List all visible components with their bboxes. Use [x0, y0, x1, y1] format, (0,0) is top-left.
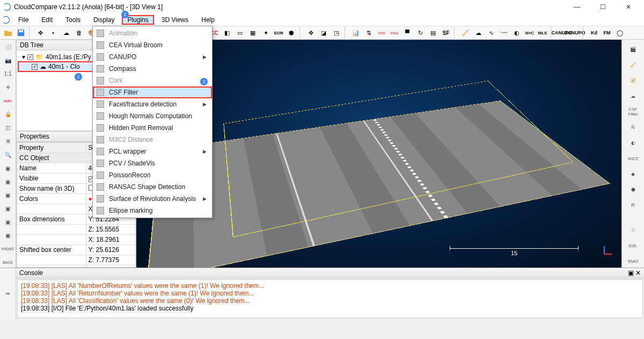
save-icon[interactable] [15, 27, 27, 39]
plugin-item-hidden-point-removal[interactable]: Hidden Point Removal [93, 122, 212, 134]
rr-csf-icon[interactable]: ☁ [625, 90, 641, 102]
wave-icon[interactable]: ∿ [485, 27, 497, 39]
console-undock-icon[interactable]: ▣ ✕ [628, 269, 641, 277]
pick-icon[interactable]: ✥ [34, 27, 46, 39]
view-iso-icon[interactable]: ⬜ [2, 42, 14, 52]
props-title: Properties [20, 133, 49, 140]
plugin-item-poissonrecon[interactable]: PoissonRecon [93, 169, 212, 181]
plugin-item-ellipse-marking[interactable]: Ellipse marking [93, 205, 212, 217]
point-icon[interactable]: • [47, 27, 59, 39]
plugin-item-ransac-shape-detection[interactable]: RANSAC Shape Detection [93, 181, 212, 193]
trash-icon[interactable]: 🗑 [73, 27, 85, 39]
sor-icon[interactable]: SOR [273, 27, 284, 39]
scale-bar: 15 [450, 248, 579, 258]
camera-icon[interactable]: 📷 [2, 55, 14, 66]
fm-icon[interactable]: FM [601, 27, 613, 39]
center-icon[interactable]: ⊕ [2, 136, 14, 146]
plugin-item-hough-normals-computation[interactable]: Hough Normals Computation [93, 110, 212, 122]
dist-icon[interactable]: ◧ [221, 27, 233, 39]
nc-icon[interactable]: N+C [524, 27, 536, 39]
plugin-icon [96, 76, 105, 85]
minimize-button[interactable]: — [569, 2, 585, 12]
cube4-icon[interactable]: ▣ [2, 204, 14, 214]
broom-icon[interactable]: 🧹 [459, 27, 471, 39]
menu-file[interactable]: File [13, 15, 34, 25]
calc-icon[interactable]: ▤ [427, 27, 439, 39]
menu-help[interactable]: Help [196, 15, 220, 25]
convert-icon[interactable]: ↻ [414, 27, 426, 39]
rr-ssao-icon[interactable]: SSAO [625, 255, 641, 268]
menubar: File Edit Tools Display Plugins 3D Views… [0, 14, 644, 26]
sf-icon[interactable]: ⇅ [363, 27, 375, 39]
rr-edl-icon[interactable]: EDL [625, 240, 641, 252]
rr-normals-icon[interactable]: Ñ [625, 121, 641, 133]
label-icon[interactable]: ▭ [234, 27, 246, 39]
plane-icon[interactable]: ◳ [331, 27, 342, 39]
histogram-icon[interactable]: 📊 [350, 27, 362, 39]
auto-icon[interactable]: auto [2, 96, 14, 106]
plugin-item-compass[interactable]: Compass [93, 63, 212, 75]
menu-display[interactable]: Display [88, 15, 120, 25]
plugin-item-pcv-shadevis[interactable]: PCV / ShadeVis [93, 157, 212, 169]
console-output[interactable]: [19:08:33] [LAS] All 'NumberOfReturns' v… [17, 279, 643, 318]
plugin-item-cea-virtual-broom[interactable]: CEA Virtual Broom [93, 39, 212, 51]
menu-3dviews[interactable]: 3D Views [156, 15, 194, 25]
plugin-item-canupo[interactable]: CANUPO▶ [93, 51, 212, 63]
rr-anim-icon[interactable]: 🎬 [625, 43, 641, 55]
rr-m3c2-icon[interactable]: M3C2 [625, 153, 641, 165]
move-icon[interactable]: ✥ [305, 27, 317, 39]
plugin-item-facet-fracture-detection[interactable]: Facet/fracture detection▶ [93, 98, 212, 110]
menu-edit[interactable]: Edit [36, 15, 58, 25]
canupo-classify-icon[interactable]: CANUPO [569, 27, 581, 39]
crosshair-icon[interactable]: ✛ [2, 82, 14, 92]
rr-compass-icon[interactable]: 🧭 [625, 74, 641, 86]
cube6-icon[interactable]: ▣ [2, 230, 14, 241]
maximize-button[interactable]: ☐ [595, 2, 611, 12]
grid-icon[interactable]: ▦ [247, 27, 259, 39]
tree-root-checkbox[interactable]: ✓ [27, 54, 33, 60]
ortho-icon[interactable]: ◫ [2, 122, 14, 133]
front-icon[interactable]: FRONT [2, 244, 14, 254]
rr-hpr-icon[interactable]: ◐ [625, 137, 641, 149]
cube3-icon[interactable]: ▣ [2, 190, 14, 200]
plugin-icon [96, 206, 105, 215]
plugin-label: M3C2 Distance [109, 136, 153, 143]
rr-broom-icon[interactable]: 🧹 [625, 59, 641, 71]
rr-pcv-icon[interactable]: ◆ [625, 168, 641, 181]
stat-icon[interactable]: ✦ [260, 27, 272, 39]
rr-poisson-icon[interactable]: ⬣ [625, 184, 641, 196]
cube1-icon[interactable]: ▣ [2, 163, 14, 174]
scale-11-icon[interactable]: 1:1 [2, 69, 14, 79]
ellipse-tool-icon[interactable]: ◯ [614, 27, 626, 39]
plugin-item-csf-filter[interactable]: CSF Filter [93, 86, 212, 98]
max-icon[interactable]: max [389, 27, 400, 39]
cube2-icon[interactable]: ▣ [2, 177, 14, 187]
mls-icon[interactable]: MLS [537, 27, 548, 39]
plugin-item-pcl-wrapper[interactable]: PCL wrapper▶ [93, 146, 212, 157]
kd-icon[interactable]: Kd [588, 27, 600, 39]
cloud-item-icon: ☁ [40, 63, 46, 70]
csf-tool-icon[interactable]: ☁ [472, 27, 484, 39]
zoom-icon[interactable]: 🔍 [2, 150, 14, 160]
open-icon[interactable] [2, 27, 14, 39]
back-icon[interactable]: BACK [2, 257, 14, 268]
tree-child-checkbox[interactable]: ✓ [32, 64, 38, 70]
tree-expand-icon[interactable]: ▾ [22, 53, 25, 61]
plugin-label: Ellipse marking [109, 207, 152, 214]
gradient-icon[interactable]: ▀ [401, 27, 413, 39]
hpr-tool-icon[interactable]: ◐ [511, 27, 523, 39]
sf-text-icon[interactable]: SF [440, 27, 452, 39]
svg-rect-1 [19, 30, 23, 32]
erase-icon[interactable]: ◪ [318, 27, 330, 39]
cube5-icon[interactable]: ▣ [2, 217, 14, 227]
min-icon[interactable]: min [376, 27, 387, 39]
menu-tools[interactable]: Tools [60, 15, 86, 25]
plugin-item-surface-of-revolution-analysis[interactable]: Surface of Revolution Analysis▶ [93, 193, 212, 205]
rr-ransac-icon[interactable]: R [625, 199, 641, 212]
filter-icon[interactable]: ⬢ [286, 27, 297, 39]
close-button[interactable]: ✕ [620, 2, 636, 12]
curve-icon[interactable]: 〰 [498, 27, 510, 39]
lock-rot-icon[interactable]: 🔒 [2, 109, 14, 119]
flickr-icon[interactable]: •• [2, 288, 14, 300]
cloud-icon[interactable]: ☁ [60, 27, 72, 39]
